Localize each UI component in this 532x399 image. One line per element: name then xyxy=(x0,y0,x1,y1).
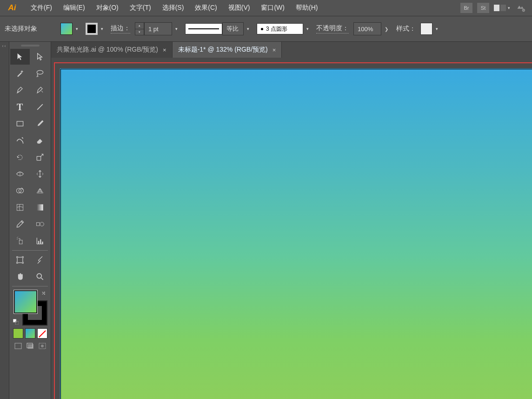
stroke-profile-dropdown[interactable]: ▾ xyxy=(244,23,252,35)
blend-tool[interactable] xyxy=(31,216,50,232)
fill-stroke-indicator[interactable]: ⤭ xyxy=(12,289,48,326)
menu-type[interactable]: 文字(T) xyxy=(124,0,157,16)
svg-rect-16 xyxy=(40,239,41,244)
draw-inside-button[interactable] xyxy=(37,341,47,351)
tab-title: 未标题-1* @ 132% (RGB/预览) xyxy=(178,46,268,54)
svg-point-3 xyxy=(37,70,43,74)
free-transform-tool[interactable] xyxy=(31,166,50,182)
artboard-tool[interactable] xyxy=(10,252,30,268)
panel-dock-left[interactable]: ‹‹ xyxy=(0,42,9,399)
control-bar: 未选择对象 ▾ ▾ 描边： ▴▾ 1 pt ▾ 等比 ▾ 3 点圆形 ▾ 不透明… xyxy=(0,16,532,42)
brush-dropdown[interactable]: ▾ xyxy=(303,23,312,35)
stroke-weight-dropdown[interactable]: ▾ xyxy=(172,23,180,35)
column-graph-tool[interactable] xyxy=(31,233,50,249)
stroke-swatch-group[interactable]: ▾ xyxy=(86,23,106,35)
close-icon[interactable]: × xyxy=(273,47,276,53)
zoom-tool[interactable] xyxy=(31,269,50,285)
opacity-expand[interactable]: ❯ xyxy=(381,22,392,35)
rotate-tool[interactable] xyxy=(10,149,30,165)
stroke-dropdown[interactable]: ▾ xyxy=(98,23,106,35)
document-tabs: 共聚焦光路.ai @ 100% (RGB/预览) × 未标题-1* @ 132%… xyxy=(51,42,532,58)
mesh-tool[interactable] xyxy=(10,200,30,215)
graphic-style-dropdown[interactable]: ▾ xyxy=(432,23,441,35)
shape-builder-tool[interactable] xyxy=(10,183,30,199)
fill-dropdown[interactable]: ▾ xyxy=(73,23,81,35)
style-label: 样式： xyxy=(396,25,416,33)
close-icon[interactable]: × xyxy=(163,47,166,53)
scale-tool[interactable] xyxy=(31,149,50,165)
opacity-field[interactable]: 100% xyxy=(353,22,381,35)
shaper-tool[interactable] xyxy=(10,133,30,148)
type-tool[interactable]: T xyxy=(10,99,30,115)
perspective-grid-tool[interactable] xyxy=(31,183,50,199)
draw-normal-button[interactable] xyxy=(13,341,23,351)
stroke-weight-field[interactable]: 1 pt xyxy=(144,22,172,35)
stroke-weight-stepper[interactable]: ▴▾ xyxy=(135,22,144,35)
menu-help[interactable]: 帮助(H) xyxy=(290,0,323,16)
menu-select[interactable]: 选择(S) xyxy=(157,0,190,16)
canvas[interactable] xyxy=(51,58,532,399)
svg-line-4 xyxy=(37,104,43,110)
color-mode-button[interactable] xyxy=(13,328,23,339)
none-mode-button[interactable] xyxy=(37,328,47,339)
gpu-preview-icon[interactable] xyxy=(516,3,526,13)
tools-grip[interactable] xyxy=(10,43,50,48)
svg-rect-23 xyxy=(15,343,21,349)
graphic-style-swatch[interactable] xyxy=(420,23,432,35)
lasso-tool[interactable] xyxy=(31,66,50,81)
workspace-switcher[interactable]: ▾ xyxy=(494,3,512,13)
app-logo: Ai xyxy=(5,2,20,14)
magic-wand-tool[interactable] xyxy=(10,66,30,81)
menu-window[interactable]: 窗口(W) xyxy=(255,0,290,16)
fill-swatch[interactable] xyxy=(60,23,73,35)
line-segment-tool[interactable] xyxy=(31,99,50,115)
artboard[interactable] xyxy=(60,69,532,399)
stroke-profile-preview[interactable] xyxy=(185,23,222,34)
stroke-label[interactable]: 描边： xyxy=(111,24,130,33)
document-tab-1[interactable]: 未标题-1* @ 132% (RGB/预览) × xyxy=(173,42,282,58)
svg-rect-11 xyxy=(37,204,43,210)
document-area: 共聚焦光路.ai @ 100% (RGB/预览) × 未标题-1* @ 132%… xyxy=(51,42,532,399)
eraser-tool[interactable] xyxy=(31,133,50,148)
eyedropper-tool[interactable] xyxy=(10,216,30,232)
tab-title: 共聚焦光路.ai @ 100% (RGB/预览) xyxy=(57,46,158,54)
stroke-profile-field[interactable]: 等比 xyxy=(222,22,244,35)
svg-line-20 xyxy=(41,278,43,280)
gradient-mode-button[interactable] xyxy=(25,328,35,339)
curvature-tool[interactable] xyxy=(31,82,50,98)
menu-file[interactable]: 文件(F) xyxy=(25,0,58,16)
menu-object[interactable]: 对象(O) xyxy=(91,0,124,16)
paintbrush-tool[interactable] xyxy=(31,116,50,132)
hand-tool[interactable] xyxy=(10,269,30,285)
collapse-chevron-icon[interactable]: ‹‹ xyxy=(2,44,7,48)
fill-swatch-group[interactable]: ▾ xyxy=(60,23,81,35)
swap-fill-stroke-icon[interactable]: ⤭ xyxy=(41,290,46,296)
stock-icon[interactable]: St xyxy=(477,3,489,13)
selection-status: 未选择对象 xyxy=(5,25,37,33)
symbol-sprayer-tool[interactable] xyxy=(10,233,30,249)
rectangle-tool[interactable] xyxy=(10,116,30,132)
svg-rect-15 xyxy=(38,241,40,244)
bridge-icon[interactable]: Br xyxy=(460,3,472,13)
selection-tool[interactable] xyxy=(10,49,30,65)
opacity-label[interactable]: 不透明度： xyxy=(316,24,349,33)
direct-selection-tool[interactable] xyxy=(31,49,50,65)
pen-tool[interactable] xyxy=(10,82,30,98)
svg-point-27 xyxy=(41,345,44,347)
menu-effect[interactable]: 效果(C) xyxy=(189,0,222,16)
document-tab-0[interactable]: 共聚焦光路.ai @ 100% (RGB/预览) × xyxy=(51,42,173,58)
gradient-tool[interactable] xyxy=(31,200,50,215)
slice-tool[interactable] xyxy=(31,252,50,268)
menu-view[interactable]: 视图(V) xyxy=(223,0,256,16)
default-fill-stroke-icon[interactable] xyxy=(13,319,19,325)
menu-bar: Ai 文件(F) 编辑(E) 对象(O) 文字(T) 选择(S) 效果(C) 视… xyxy=(0,0,532,16)
svg-rect-14 xyxy=(19,240,22,244)
svg-rect-5 xyxy=(17,121,23,126)
width-tool[interactable] xyxy=(10,166,30,182)
stroke-swatch[interactable] xyxy=(86,23,98,35)
draw-behind-button[interactable] xyxy=(25,341,35,351)
brush-preview[interactable]: 3 点圆形 xyxy=(257,23,303,34)
fill-indicator[interactable] xyxy=(14,290,37,313)
svg-rect-17 xyxy=(42,242,43,244)
menu-edit[interactable]: 编辑(E) xyxy=(58,0,91,16)
